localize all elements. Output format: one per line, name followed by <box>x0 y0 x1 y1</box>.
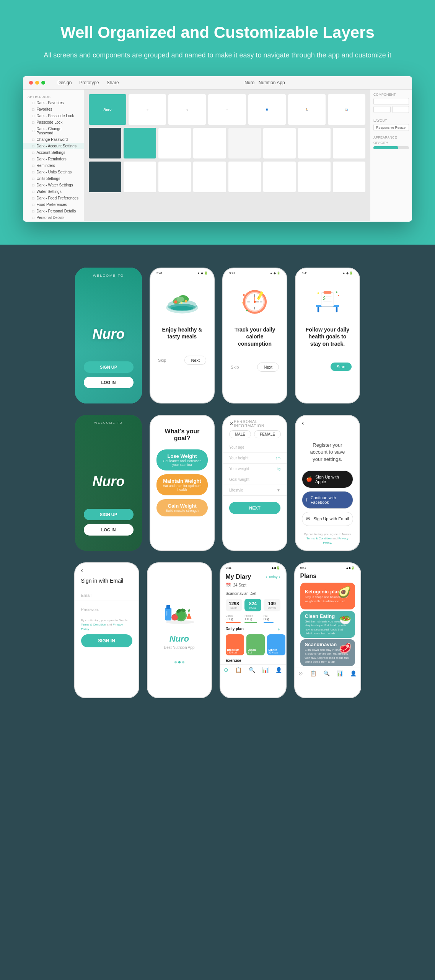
next-button-1[interactable]: Next <box>184 356 206 365</box>
goal-maintain[interactable]: Maintain Weight Eat and train for optimu… <box>156 474 208 495</box>
layer-item[interactable]: Change Password <box>23 136 84 143</box>
field-goal-weight[interactable]: Goal weight <box>223 474 287 485</box>
gender-female[interactable]: FEMALE <box>254 430 281 438</box>
layer-item[interactable]: Dark - Passcode Lock <box>23 113 84 119</box>
layer-item[interactable]: Units Settings <box>23 175 84 182</box>
field-weight[interactable]: Your weight kg <box>223 464 287 474</box>
pi-close-icon[interactable]: ✕ <box>229 421 234 427</box>
gender-male[interactable]: MALE <box>229 430 251 438</box>
signup-button[interactable]: SIGN UP <box>84 361 134 373</box>
svg-point-7 <box>185 300 187 303</box>
plan-clean[interactable]: Clean Eating Get the nutrients you need … <box>300 611 355 638</box>
layer-item[interactable]: Dark - Units Settings <box>23 169 84 175</box>
diary-nav[interactable]: ‹Today› <box>266 575 280 579</box>
login-button[interactable]: LOG IN <box>84 377 134 388</box>
svg-point-21 <box>254 301 256 303</box>
field-lifestyle[interactable]: Lifestyle ▼ <box>223 485 287 496</box>
plans-nav-diary[interactable]: 📋 <box>310 670 316 676</box>
svg-point-26 <box>246 310 248 312</box>
meal-breakfast[interactable]: Breakfast 130 kcal <box>226 634 244 655</box>
facebook-signin-btn[interactable]: f Continue with Facebook <box>302 491 353 509</box>
onboard-title-2: Track your daily calorie consumption <box>231 326 279 347</box>
signin-back-btn[interactable]: ‹ <box>75 563 138 578</box>
diary-date-row: 📅 24 Sept <box>220 583 286 590</box>
plans-nav-profile[interactable]: 👤 <box>350 670 357 676</box>
meal-dinner[interactable]: Dinner 529 kcal <box>267 634 285 655</box>
layer-item[interactable]: Favorites <box>23 106 84 113</box>
tab-design[interactable]: Design <box>57 80 72 85</box>
burned-stat: 109 Burned <box>264 599 280 611</box>
nav-chart-icon[interactable]: 📊 <box>262 667 269 673</box>
responsive-resize[interactable]: Responsive Resize <box>373 124 409 131</box>
svg-point-25 <box>242 302 243 304</box>
email-field[interactable]: Email <box>75 590 138 601</box>
control-b[interactable] <box>392 106 409 113</box>
page-title: Well Organized and Customizable Layers <box>15 23 420 42</box>
next-button-2[interactable]: Next <box>257 363 279 372</box>
layer-item[interactable]: Dark - Personal Details <box>23 208 84 214</box>
svg-marker-45 <box>186 612 191 619</box>
status-bar-2: 9:41 ▲ ◆ 🔋 <box>223 268 287 276</box>
login-btn-2[interactable]: LOG IN <box>84 524 134 536</box>
maximize-window-icon[interactable] <box>41 81 45 85</box>
password-field[interactable]: Password <box>75 604 138 615</box>
nav-profile-icon[interactable]: 👤 <box>275 667 282 673</box>
plans-nav-home[interactable]: ⊙ <box>298 670 303 676</box>
diary-macro-row: Carbs 350g Protein 110g Fat 60g <box>220 613 286 624</box>
minimize-window-icon[interactable] <box>35 81 39 85</box>
nav-home-icon[interactable]: ⊙ <box>224 667 228 673</box>
svg-rect-28 <box>318 307 319 312</box>
macro-carbs: Carbs 350g <box>226 614 243 623</box>
diary-header: My Diary ‹Today› <box>220 571 286 583</box>
diary-stats-row: 1298 Eaten 824 KCAL 109 Burned <box>220 597 286 613</box>
layer-item[interactable]: Passcode Lock <box>23 119 84 126</box>
layer-item[interactable]: Water Settings <box>23 188 84 195</box>
plans-nav-chart[interactable]: 📊 <box>337 670 343 676</box>
tab-share[interactable]: Share <box>107 80 119 85</box>
skip-button-2[interactable]: Skip <box>231 365 239 369</box>
layer-item[interactable]: Dark - Favorites <box>23 100 84 106</box>
field-height[interactable]: Your height cm <box>223 453 287 464</box>
signup-btn-2[interactable]: SIGN UP <box>84 509 134 520</box>
control-a[interactable] <box>373 106 391 113</box>
plan-keto[interactable]: Ketogenic plan Stay in shape and balance… <box>300 583 355 609</box>
apple-signin-btn[interactable]: 🍎 Sign Up with Apple <box>302 470 353 488</box>
layer-item[interactable]: Account Settings <box>23 149 84 156</box>
layer-item[interactable]: Dark - Water Settings <box>23 182 84 188</box>
layer-item[interactable]: Dark - Change Password <box>23 126 84 136</box>
plans-nav-search[interactable]: 🔍 <box>323 670 330 676</box>
layer-item[interactable]: Food Preferences <box>23 201 84 208</box>
layer-item[interactable]: Dark - Reminders <box>23 156 84 162</box>
eaten-stat: 1298 Eaten <box>226 599 243 611</box>
layer-item[interactable]: Reminders <box>23 162 84 169</box>
layer-item[interactable]: Dark - Account Settings <box>23 143 84 149</box>
layer-item[interactable]: Personal Details <box>23 214 84 221</box>
signin-btn[interactable]: SIGN IN <box>81 634 132 647</box>
email-signin-btn[interactable]: ✉ Sign Up with Email <box>302 512 353 526</box>
nav-search-icon[interactable]: 🔍 <box>249 667 255 673</box>
auth-back-btn[interactable]: ‹ <box>296 416 359 430</box>
appearance-label: APPEARANCE <box>373 136 409 139</box>
component-control[interactable] <box>373 98 409 105</box>
page-subtitle: All screens and components are grouped a… <box>15 50 420 61</box>
goal-lose[interactable]: Lose Weight Get leaner and increases you… <box>156 449 208 470</box>
personal-info-phone: ✕ PERSONAL INFORMATION MALE FEMALE Your … <box>222 415 287 551</box>
opacity-label: Opacity <box>373 141 409 145</box>
skip-button-1[interactable]: Skip <box>158 358 166 363</box>
pi-next-btn[interactable]: NEXT <box>229 502 280 514</box>
field-age[interactable]: Your age <box>223 442 287 453</box>
goal-gain[interactable]: Gain Weight Build muscle strength <box>156 499 208 516</box>
tab-prototype[interactable]: Prototype <box>79 80 99 85</box>
illustration-3 <box>296 276 359 326</box>
nav-diary-icon[interactable]: 📋 <box>235 667 242 673</box>
svg-rect-39 <box>166 605 170 609</box>
meal-lunch[interactable]: Lunch 312 <box>246 634 265 655</box>
svg-point-36 <box>338 295 339 296</box>
steak-icon: 🥩 <box>339 642 351 654</box>
plan-scandi[interactable]: Scandinavian Slim down and stay in shape… <box>300 639 355 666</box>
splash-phone: WELCOME TO Nuro SIGN UP LOG IN <box>75 268 142 403</box>
auth-phone: ‹ Register your account to save your set… <box>295 415 360 551</box>
start-button[interactable]: Start <box>331 363 352 371</box>
layer-item[interactable]: Dark - Food Preferences <box>23 195 84 201</box>
close-window-icon[interactable] <box>29 81 33 85</box>
